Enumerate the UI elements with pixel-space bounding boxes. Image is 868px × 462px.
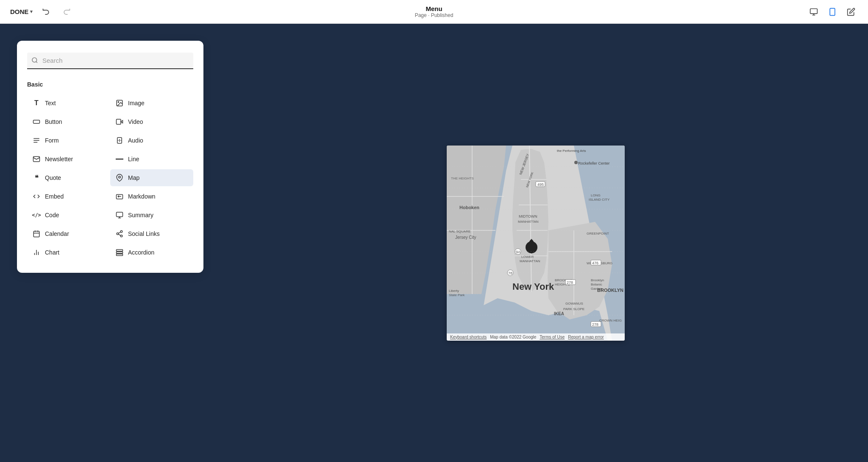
sidebar-item-summary[interactable]: Summary — [110, 207, 193, 224]
page-subtitle: Page · Published — [415, 12, 453, 18]
button-label: Button — [45, 118, 62, 125]
edit-button[interactable] — [844, 5, 858, 19]
map-report-error[interactable]: Report a map error — [568, 335, 604, 339]
sidebar-item-image[interactable]: Image — [110, 95, 193, 112]
svg-point-32 — [117, 233, 119, 235]
done-button[interactable]: DONE ▾ — [10, 8, 33, 15]
svg-rect-3 — [830, 8, 835, 15]
undo-button[interactable] — [39, 5, 53, 19]
svg-text:78: 78 — [508, 271, 512, 275]
line-label: Line — [128, 156, 139, 162]
summary-icon — [115, 211, 124, 219]
newsletter-icon — [32, 155, 41, 163]
done-label: DONE — [10, 8, 28, 15]
svg-text:495: 495 — [537, 182, 544, 187]
redo-button[interactable] — [60, 5, 73, 19]
desktop-icon — [810, 8, 818, 16]
svg-text:GOWANUS: GOWANUS — [565, 302, 583, 305]
markdown-label: Markdown — [128, 193, 156, 200]
svg-text:IKEA: IKEA — [554, 311, 564, 316]
svg-text:GREENPOINT: GREENPOINT — [587, 232, 609, 235]
svg-text:278: 278 — [592, 322, 598, 327]
svg-point-63 — [574, 161, 578, 164]
sidebar-item-chart[interactable]: Chart — [27, 244, 110, 261]
desktop-view-button[interactable] — [807, 5, 821, 19]
svg-text:State Park: State Park — [449, 293, 465, 297]
markdown-icon — [115, 192, 124, 201]
svg-rect-9 — [33, 120, 40, 123]
audio-icon — [115, 136, 124, 145]
accordion-label: Accordion — [128, 249, 154, 256]
svg-text:Hoboken: Hoboken — [459, 205, 479, 210]
svg-text:ISLAND CITY: ISLAND CITY — [589, 198, 610, 202]
sidebar-item-audio[interactable]: Audio — [110, 132, 193, 149]
svg-text:THE HEIGHTS: THE HEIGHTS — [451, 176, 474, 180]
svg-point-5 — [32, 58, 37, 62]
form-label: Form — [45, 137, 59, 144]
svg-text:Rockefeller Center: Rockefeller Center — [578, 161, 610, 165]
svg-text:MANHATTAN: MANHATTAN — [518, 220, 539, 224]
svg-rect-41 — [117, 254, 123, 256]
chart-icon — [32, 248, 41, 257]
search-icon — [31, 57, 38, 65]
newsletter-label: Newsletter — [45, 156, 73, 162]
sidebar-item-map[interactable]: Map — [110, 169, 193, 186]
social-links-icon — [115, 230, 124, 238]
svg-rect-24 — [117, 212, 123, 217]
map-container: Hoboken Jersey City NEW JERSEY NEW YORK … — [447, 146, 625, 341]
svg-rect-10 — [117, 119, 121, 124]
svg-text:CROWN HEIG: CROWN HEIG — [599, 319, 622, 322]
canvas-area: Hoboken Jersey City NEW JERSEY NEW YORK … — [203, 24, 868, 462]
sidebar-item-form[interactable]: Form — [27, 132, 110, 149]
quote-icon: ❝ — [32, 174, 41, 182]
svg-line-34 — [118, 234, 120, 235]
svg-text:PARK SLOPE: PARK SLOPE — [563, 307, 584, 311]
button-icon — [32, 118, 41, 126]
map-keyboard-shortcuts[interactable]: Keyboard shortcuts — [450, 335, 487, 339]
done-chevron-icon: ▾ — [30, 9, 33, 14]
search-input[interactable] — [27, 53, 193, 69]
svg-text:LOWER: LOWER — [521, 255, 534, 259]
svg-text:the Performing Arts: the Performing Arts — [557, 149, 586, 153]
sidebar-item-video[interactable]: Video — [110, 113, 193, 130]
sidebar-item-markdown[interactable]: Markdown — [110, 188, 193, 205]
form-icon — [32, 136, 41, 145]
sidebar-item-embed[interactable]: Embed — [27, 188, 110, 205]
page-title: Menu — [415, 5, 453, 12]
edit-icon — [847, 8, 855, 16]
svg-text:Garden: Garden — [591, 287, 602, 291]
svg-text:278: 278 — [567, 280, 573, 285]
svg-text:476: 476 — [592, 261, 598, 265]
sidebar-item-social-links[interactable]: Social Links — [110, 225, 193, 242]
calendar-label: Calendar — [45, 230, 69, 237]
topbar-center: Menu Page · Published — [415, 5, 453, 18]
mobile-view-button[interactable] — [826, 5, 839, 19]
sidebar-item-text[interactable]: T Text — [27, 95, 110, 112]
main-content: Basic T Text Image Button — [0, 24, 868, 462]
svg-rect-40 — [117, 252, 123, 254]
video-label: Video — [128, 118, 143, 125]
svg-text:LONG: LONG — [591, 193, 601, 197]
text-label: Text — [45, 100, 56, 106]
image-icon — [115, 99, 124, 107]
image-label: Image — [128, 100, 145, 106]
sidebar-item-code[interactable]: </> Code — [27, 207, 110, 224]
svg-line-35 — [118, 232, 120, 233]
accordion-icon — [115, 248, 124, 257]
sidebar-item-button[interactable]: Button — [27, 113, 110, 130]
mobile-icon — [828, 8, 837, 16]
sidebar-item-quote[interactable]: ❝ Quote — [27, 169, 110, 186]
sidebar-item-newsletter[interactable]: Newsletter — [27, 151, 110, 168]
summary-label: Summary — [128, 212, 153, 218]
svg-text:New York: New York — [512, 281, 554, 292]
map-icon — [115, 174, 124, 182]
topbar: DONE ▾ Menu Page · Published — [0, 0, 868, 24]
svg-text:MIDTOWN: MIDTOWN — [519, 214, 537, 218]
svg-text:9A: 9A — [516, 250, 520, 254]
svg-line-6 — [36, 62, 37, 63]
sidebar-item-line[interactable]: Line — [110, 151, 193, 168]
sidebar-item-calendar[interactable]: Calendar — [27, 225, 110, 242]
video-icon — [115, 118, 124, 126]
sidebar-item-accordion[interactable]: Accordion — [110, 244, 193, 261]
map-terms[interactable]: Terms of Use — [540, 335, 565, 339]
